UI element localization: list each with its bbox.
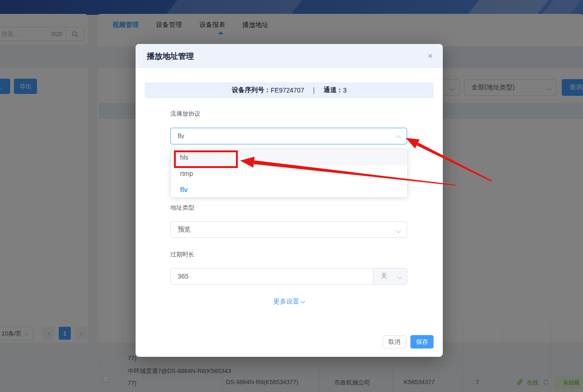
protocol-dropdown: hls rtmp flv bbox=[170, 149, 408, 198]
play-address-modal: 播放地址管理 × 设备序列号： FE9724707 ｜ 通道： 3 流播放协议 … bbox=[136, 44, 443, 357]
expire-label: 过期时长 bbox=[170, 250, 194, 259]
protocol-select[interactable]: flv bbox=[170, 128, 407, 144]
close-icon[interactable]: × bbox=[428, 51, 433, 61]
expire-input[interactable] bbox=[170, 268, 373, 285]
expire-unit-select[interactable]: 天 bbox=[373, 268, 407, 285]
address-type-value: 预览 bbox=[178, 225, 191, 234]
modal-header: 播放地址管理 × bbox=[136, 44, 443, 68]
option-rtmp[interactable]: rtmp bbox=[171, 166, 407, 182]
chevron-down-icon bbox=[397, 275, 402, 280]
expire-unit-value: 天 bbox=[381, 272, 387, 280]
option-hls[interactable]: hls bbox=[171, 149, 407, 166]
option-flv[interactable]: flv bbox=[171, 182, 407, 198]
channel-value: 3 bbox=[343, 87, 347, 94]
channel-label: 通道： bbox=[323, 86, 343, 94]
device-info-bar: 设备序列号： FE9724707 ｜ 通道： 3 bbox=[145, 82, 434, 98]
address-type-label: 地址类型 bbox=[170, 204, 194, 212]
more-settings-link[interactable]: 更多设置 bbox=[170, 298, 407, 306]
chevron-down-icon bbox=[300, 299, 305, 304]
protocol-label: 流播放协议 bbox=[170, 110, 200, 118]
save-button[interactable]: 保存 bbox=[410, 335, 434, 348]
info-divider: ｜ bbox=[310, 86, 317, 94]
serial-value: FE9724707 bbox=[271, 87, 304, 94]
more-settings-label: 更多设置 bbox=[273, 298, 299, 305]
chevron-down-icon bbox=[396, 228, 401, 233]
address-type-select[interactable]: 预览 bbox=[170, 221, 407, 238]
serial-label: 设备序列号： bbox=[232, 86, 271, 94]
cancel-button[interactable]: 取消 bbox=[383, 335, 406, 348]
modal-title: 播放地址管理 bbox=[147, 51, 194, 62]
chevron-up-icon bbox=[396, 135, 401, 140]
protocol-value: flv bbox=[178, 132, 184, 140]
